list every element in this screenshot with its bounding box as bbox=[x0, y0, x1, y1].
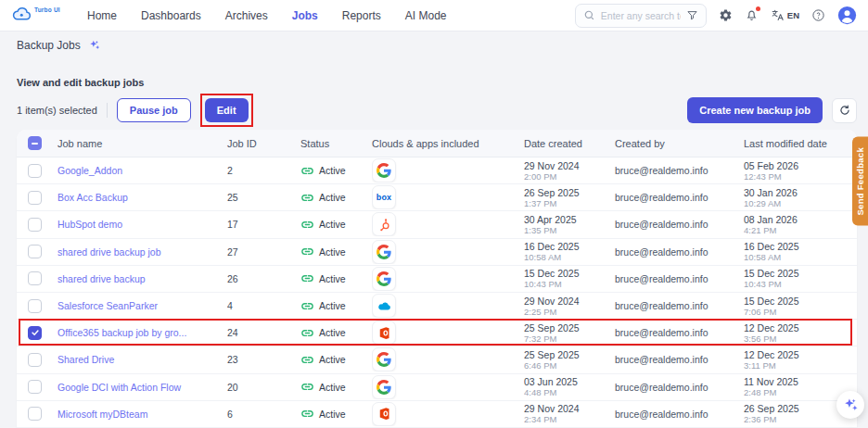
salesforce-icon bbox=[372, 294, 396, 318]
row-checkbox[interactable] bbox=[28, 380, 42, 394]
main-nav: HomeDashboardsArchivesJobsReportsAI Mode bbox=[87, 9, 447, 22]
row-checkbox[interactable] bbox=[28, 353, 42, 367]
ai-sparkle-icon[interactable] bbox=[88, 39, 101, 52]
job-name-link[interactable]: Microsoft myDBteam bbox=[57, 409, 147, 420]
user-avatar[interactable] bbox=[837, 6, 857, 25]
column-header-clouds-apps-included[interactable]: Clouds & apps included bbox=[372, 138, 524, 149]
google-icon bbox=[372, 347, 396, 371]
nav-item-ai-mode[interactable]: AI Mode bbox=[405, 9, 447, 22]
modified-date: 12 Dec 2025 bbox=[744, 322, 851, 334]
created-time: 6:46 PM bbox=[524, 360, 609, 371]
modified-date: 11 Nov 2025 bbox=[744, 376, 851, 387]
row-checkbox[interactable] bbox=[28, 299, 42, 313]
row-checkbox[interactable] bbox=[28, 218, 42, 232]
job-name-cell: shared drive backup job bbox=[57, 246, 227, 258]
created-by: bruce@realdemo.info bbox=[615, 409, 744, 420]
ai-assistant-button[interactable] bbox=[836, 391, 864, 419]
job-name-link[interactable]: Office365 backup job by gro... bbox=[57, 327, 186, 338]
row-checkbox[interactable] bbox=[28, 245, 42, 258]
link-icon bbox=[300, 191, 314, 205]
create-backup-job-button[interactable]: Create new backup job bbox=[687, 97, 823, 123]
created-by: bruce@realdemo.info bbox=[615, 382, 744, 393]
table-row[interactable]: Microsoft myDBteam 6 Active 29 Nov 2024 … bbox=[17, 401, 857, 428]
clouds-cell bbox=[372, 294, 524, 318]
created-by: bruce@realdemo.info bbox=[615, 246, 744, 258]
job-name-link[interactable]: shared drive backup job bbox=[57, 246, 161, 258]
status-label: Active bbox=[319, 273, 346, 284]
row-checkbox[interactable] bbox=[28, 326, 42, 340]
column-header-status[interactable]: Status bbox=[300, 138, 372, 149]
row-checkbox[interactable] bbox=[28, 191, 42, 205]
edit-button[interactable]: Edit bbox=[205, 98, 249, 122]
nav-item-home[interactable]: Home bbox=[87, 9, 117, 22]
office-icon bbox=[372, 402, 396, 426]
job-id: 24 bbox=[227, 327, 300, 338]
help-icon[interactable] bbox=[811, 8, 825, 22]
nav-item-jobs[interactable]: Jobs bbox=[292, 9, 318, 22]
notifications-bell-icon[interactable] bbox=[745, 8, 759, 22]
filter-icon[interactable] bbox=[686, 9, 698, 21]
hubspot-icon bbox=[372, 212, 396, 236]
job-name-link[interactable]: Google_Addon bbox=[57, 165, 122, 176]
modified-date: 15 Dec 2025 bbox=[744, 296, 851, 307]
job-name-cell: Google DCI with Action Flow bbox=[57, 382, 227, 393]
job-name-link[interactable]: Shared Drive bbox=[57, 354, 114, 365]
modified-date: 16 Dec 2025 bbox=[744, 241, 851, 252]
translate-icon bbox=[771, 8, 785, 22]
column-header-last-modified-date[interactable]: Last modified date bbox=[744, 138, 857, 149]
table-row[interactable]: shared drive backup 26 Active 15 Dec 202… bbox=[17, 266, 857, 293]
refresh-button[interactable] bbox=[832, 98, 857, 123]
job-id: 4 bbox=[227, 300, 300, 311]
last-modified-cell: 16 Dec 2025 10:58 AM bbox=[744, 241, 857, 262]
modified-time: 7:06 PM bbox=[744, 307, 851, 317]
nav-item-reports[interactable]: Reports bbox=[342, 9, 381, 22]
table-row[interactable]: Office365 backup job by gro... 24 Active… bbox=[17, 320, 857, 346]
language-switcher[interactable]: EN bbox=[771, 8, 799, 22]
clouds-cell bbox=[372, 212, 524, 236]
status-cell: Active bbox=[300, 299, 372, 313]
job-name-link[interactable]: Google DCI with Action Flow bbox=[57, 382, 181, 393]
date-created-cell: 29 Nov 2024 2:34 PM bbox=[524, 403, 615, 424]
job-name-cell: HubSpot demo bbox=[57, 219, 227, 230]
clouds-cell: box bbox=[372, 185, 524, 209]
clouds-cell bbox=[372, 158, 524, 183]
column-header-job-id[interactable]: Job ID bbox=[227, 138, 300, 149]
app-logo[interactable]: Turbo UI bbox=[11, 5, 72, 27]
job-id: 27 bbox=[227, 246, 300, 258]
status-cell: Active bbox=[300, 353, 372, 367]
column-header-job-name[interactable]: Job name bbox=[57, 138, 227, 149]
send-feedback-tab[interactable]: Send Feedback bbox=[852, 137, 868, 226]
settings-gear-icon[interactable] bbox=[719, 8, 733, 22]
row-checkbox[interactable] bbox=[28, 271, 42, 285]
nav-item-dashboards[interactable]: Dashboards bbox=[141, 9, 201, 22]
job-name-link[interactable]: HubSpot demo bbox=[57, 219, 122, 230]
table-row[interactable]: Shared Drive 23 Active 25 Sep 2025 6:46 … bbox=[17, 346, 857, 373]
brand-name: Turbo UI bbox=[34, 6, 60, 13]
job-name-link[interactable]: shared drive backup bbox=[57, 273, 146, 284]
google-icon bbox=[372, 267, 396, 291]
table-row[interactable]: shared drive backup job 27 Active 16 Dec… bbox=[17, 239, 857, 266]
table-row[interactable]: Box Acc Backup 25 Active box 26 Sep 2025… bbox=[17, 184, 857, 211]
created-date: 30 Apr 2025 bbox=[524, 214, 609, 225]
table-row[interactable]: Google DCI with Action Flow 20 Active 03… bbox=[17, 374, 857, 401]
job-id: 20 bbox=[227, 382, 300, 393]
search-input[interactable] bbox=[601, 10, 681, 21]
job-name-link[interactable]: Salesforce SeanParker bbox=[57, 300, 158, 311]
nav-item-archives[interactable]: Archives bbox=[225, 9, 268, 22]
row-checkbox[interactable] bbox=[28, 407, 42, 421]
table-row[interactable]: Salesforce SeanParker 4 Active 29 Nov 20… bbox=[17, 293, 857, 320]
global-search[interactable] bbox=[575, 4, 707, 28]
table-row[interactable]: Google_Addon 2 Active 29 Nov 2024 2:00 P… bbox=[17, 157, 857, 184]
search-icon bbox=[583, 9, 595, 21]
column-header-date-created[interactable]: Date created bbox=[524, 138, 615, 149]
last-modified-cell: 08 Jan 2026 4:21 PM bbox=[744, 214, 857, 235]
table-row[interactable]: HubSpot demo 17 Active 30 Apr 2025 1:35 … bbox=[17, 211, 857, 238]
row-checkbox[interactable] bbox=[28, 164, 42, 178]
selected-count: 1 item(s) selected bbox=[17, 105, 97, 116]
job-name-link[interactable]: Box Acc Backup bbox=[57, 192, 128, 203]
job-name-cell: Box Acc Backup bbox=[57, 192, 227, 203]
select-all-checkbox[interactable] bbox=[28, 136, 42, 150]
column-header-created-by[interactable]: Created by bbox=[615, 138, 744, 149]
modified-date: 15 Dec 2025 bbox=[744, 268, 851, 279]
pause-job-button[interactable]: Pause job bbox=[117, 98, 191, 122]
